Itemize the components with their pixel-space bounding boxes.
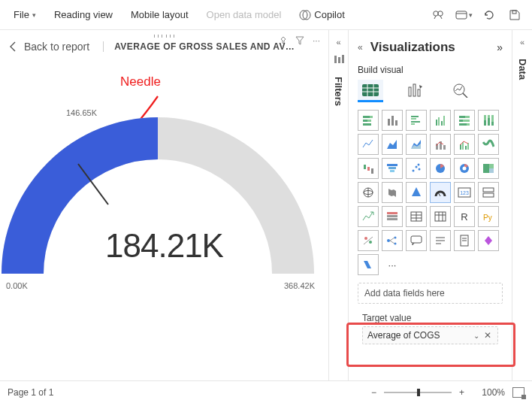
save-button[interactable]: [503, 5, 526, 26]
svg-point-2: [434, 11, 438, 15]
build-visual-label: Build visual: [358, 65, 503, 75]
viz-multi-row-card[interactable]: [478, 182, 499, 203]
viz-map[interactable]: [358, 182, 379, 203]
svg-point-95: [369, 241, 372, 244]
viz-qna[interactable]: [406, 230, 427, 251]
viz-more-button[interactable]: ···: [382, 254, 403, 275]
svg-rect-23: [363, 116, 370, 118]
filters-pane-collapsed[interactable]: « Filters: [329, 30, 349, 380]
svg-rect-58: [364, 165, 366, 169]
viz-line-stacked-column[interactable]: [430, 134, 451, 155]
reading-view-button[interactable]: Reading view: [47, 5, 120, 25]
collapse-pane-icon[interactable]: «: [358, 42, 363, 53]
format-visual-tab[interactable]: [403, 80, 428, 102]
viz-waterfall[interactable]: [358, 158, 379, 179]
viz-card[interactable]: 123: [454, 182, 475, 203]
viz-decomposition-tree[interactable]: [382, 230, 403, 251]
viz-line[interactable]: [358, 134, 379, 155]
viz-line-clustered-column[interactable]: [454, 134, 475, 155]
chevron-left-icon: [9, 41, 17, 52]
viz-scatter[interactable]: [406, 158, 427, 179]
chevron-left-icon[interactable]: «: [336, 38, 340, 47]
analytics-tab[interactable]: [448, 80, 473, 102]
file-menu[interactable]: File ▾: [6, 5, 44, 25]
viz-ribbon[interactable]: [478, 134, 499, 155]
chevron-down-icon[interactable]: ⌄: [470, 332, 482, 340]
zoom-out-button[interactable]: −: [371, 387, 376, 398]
svg-rect-29: [391, 116, 394, 126]
svg-rect-31: [411, 116, 419, 117]
viz-r-visual[interactable]: R: [454, 206, 475, 227]
viz-stacked-bar[interactable]: [358, 110, 379, 131]
viz-clustered-column[interactable]: [430, 110, 451, 131]
svg-rect-48: [488, 118, 490, 126]
open-data-model-button: Open data model: [199, 5, 289, 25]
viz-matrix[interactable]: [430, 206, 451, 227]
viz-smart-narrative[interactable]: [430, 230, 451, 251]
report-area: ··· Back to report AVERAGE OF GROSS SALE…: [0, 30, 329, 380]
svg-point-65: [416, 166, 418, 168]
svg-rect-38: [443, 116, 445, 126]
viz-stacked-column[interactable]: [382, 110, 403, 131]
viz-slicer[interactable]: [382, 206, 403, 227]
viz-area[interactable]: [382, 134, 403, 155]
viz-donut[interactable]: [454, 158, 475, 179]
viz-funnel[interactable]: [382, 158, 403, 179]
svg-rect-24: [370, 116, 373, 118]
viz-100-stacked-column[interactable]: [478, 110, 499, 131]
svg-rect-82: [387, 212, 397, 214]
viz-power-apps[interactable]: [478, 230, 499, 251]
viz-100-stacked-bar[interactable]: [454, 110, 475, 131]
gauge-min-label: 0.00K: [6, 281, 28, 290]
svg-rect-28: [388, 119, 390, 126]
svg-point-97: [387, 239, 390, 242]
svg-rect-18: [409, 87, 411, 96]
viz-stacked-area[interactable]: [406, 134, 427, 155]
switch-view-button[interactable]: ▾: [452, 5, 475, 26]
svg-rect-33: [411, 121, 420, 123]
back-to-report-button[interactable]: Back to report: [9, 41, 89, 53]
visual-type-gallery: 123 R Py ···: [358, 110, 503, 275]
svg-rect-60: [371, 168, 373, 174]
viz-table[interactable]: [406, 206, 427, 227]
svg-point-94: [364, 237, 367, 240]
viz-kpi[interactable]: [358, 206, 379, 227]
svg-rect-20: [418, 89, 420, 96]
svg-rect-62: [388, 167, 396, 169]
viz-py-visual[interactable]: Py: [478, 206, 499, 227]
fit-to-page-button[interactable]: [512, 387, 524, 398]
pin-icon[interactable]: [277, 35, 289, 47]
mobile-layout-button[interactable]: Mobile layout: [123, 5, 196, 25]
svg-rect-27: [363, 123, 371, 126]
target-value-field[interactable]: Average of COGS ⌄ ✕: [362, 326, 498, 344]
svg-rect-71: [483, 164, 489, 173]
chevron-left-icon[interactable]: «: [520, 38, 524, 47]
svg-rect-25: [363, 120, 367, 122]
build-visual-tab[interactable]: [358, 80, 383, 102]
viz-azure-map[interactable]: [406, 182, 427, 203]
remove-field-icon[interactable]: ✕: [482, 330, 493, 341]
expand-pane-icon[interactable]: »: [497, 41, 503, 53]
drag-grip-icon[interactable]: [154, 35, 175, 38]
data-pane-collapsed[interactable]: « Data: [512, 30, 532, 380]
refresh-button[interactable]: [478, 5, 500, 26]
svg-rect-80: [483, 188, 494, 192]
more-options-icon[interactable]: ···: [310, 35, 322, 47]
copilot-button[interactable]: Copilot: [292, 5, 352, 26]
viz-treemap[interactable]: [478, 158, 499, 179]
viz-key-influencers[interactable]: [358, 230, 379, 251]
viz-power-automate[interactable]: [358, 254, 379, 275]
add-data-fields-well[interactable]: Add data fields here: [358, 283, 503, 304]
svg-rect-56: [465, 146, 467, 150]
zoom-slider[interactable]: [384, 392, 452, 393]
search-icon[interactable]: [427, 5, 449, 26]
viz-gauge[interactable]: [430, 182, 451, 203]
filter-icon[interactable]: [294, 35, 306, 47]
svg-rect-13: [362, 84, 379, 96]
viz-filled-map[interactable]: [382, 182, 403, 203]
zoom-in-button[interactable]: +: [459, 387, 464, 398]
viz-clustered-bar[interactable]: [406, 110, 427, 131]
viz-paginated-report[interactable]: [454, 230, 475, 251]
viz-pie[interactable]: [430, 158, 451, 179]
svg-line-22: [463, 93, 467, 98]
